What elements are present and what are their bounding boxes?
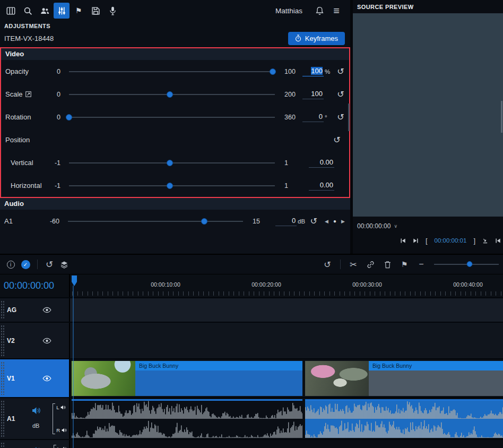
drag-handle-icon[interactable] — [1, 361, 4, 395]
rotation-input[interactable]: 0 — [302, 113, 324, 122]
playhead-marker[interactable] — [72, 275, 77, 286]
in-out-timecode[interactable]: 00:00:00:01 — [435, 237, 467, 244]
users-button[interactable] — [36, 2, 53, 19]
cut-button[interactable]: ✂ — [345, 257, 362, 271]
prev-keyframe-icon[interactable]: ◀ — [325, 219, 328, 224]
export-mark-button[interactable] — [482, 238, 488, 244]
mark-out-bracket[interactable]: ] — [473, 237, 475, 245]
step-back-icon — [400, 238, 406, 244]
add-keyframe-icon[interactable]: ● — [333, 218, 336, 224]
go-to-start-button[interactable] — [495, 238, 501, 244]
visibility-toggle[interactable] — [42, 375, 51, 382]
opacity-unit: % — [325, 68, 334, 75]
adjustments-button[interactable] — [54, 3, 70, 19]
reset-icon[interactable]: ↺ — [330, 135, 344, 145]
a1-gain-slider[interactable] — [68, 218, 243, 225]
link-button[interactable] — [362, 257, 379, 271]
undo-button[interactable]: ↺ — [42, 257, 57, 271]
timeline-ruler[interactable]: 00:00:10:0000:00:20:0000:00:30:0000:00:4… — [69, 274, 503, 297]
track-a1-header[interactable]: A1 dB L R — [0, 398, 69, 439]
track-a1-lane[interactable] — [69, 398, 503, 439]
scrollbar-thumb[interactable] — [348, 104, 350, 131]
zoom-slider[interactable] — [434, 261, 499, 268]
rotation-value: 0 — [319, 113, 323, 120]
preview-timecode-dropdown[interactable]: 00:00:00:00 ∨ — [357, 220, 501, 232]
channel-label: L — [57, 446, 60, 448]
scale-input[interactable]: 100 — [302, 90, 324, 99]
track-v2-lane[interactable] — [69, 323, 503, 358]
scrollbar-thumb[interactable] — [501, 101, 502, 133]
mic-button[interactable] — [104, 2, 121, 19]
markers-button[interactable]: ⚑ — [70, 2, 87, 19]
position-label: Position — [5, 136, 46, 144]
track-v1-lane[interactable]: Big Buck Bunny Big Buck Bunny — [69, 359, 503, 397]
history-button[interactable]: ↺ — [319, 257, 336, 271]
opacity-value: 100 — [311, 67, 323, 75]
a1-gain-input[interactable]: 0 — [275, 217, 297, 226]
zoom-out-button[interactable]: − — [413, 257, 430, 271]
track-v2-header[interactable]: V2 — [0, 323, 69, 358]
vertical-label: Vertical — [5, 159, 46, 167]
mute-toggle[interactable] — [32, 407, 41, 415]
next-keyframe-icon[interactable]: ▶ — [341, 219, 345, 224]
search-button[interactable] — [19, 2, 36, 19]
scale-link-icon[interactable] — [25, 91, 31, 97]
track-partial-header[interactable]: L — [0, 440, 69, 448]
horizontal-slider[interactable] — [69, 182, 275, 189]
trash-icon — [384, 261, 391, 269]
export-mark-icon — [482, 238, 488, 244]
slider-knob[interactable] — [167, 160, 173, 166]
track-partial-lane[interactable] — [69, 440, 503, 448]
opacity-slider[interactable] — [69, 68, 275, 75]
video-clip[interactable]: Big Buck Bunny — [72, 361, 302, 396]
track-v1-header[interactable]: V1 — [0, 359, 69, 397]
user-name[interactable]: Matthias — [275, 7, 302, 15]
step-back-button[interactable] — [400, 238, 406, 244]
snap-toggle-button[interactable]: ✓ — [18, 257, 33, 271]
channel-left[interactable]: L — [56, 404, 67, 410]
visibility-toggle[interactable] — [42, 307, 51, 313]
visibility-toggle[interactable] — [42, 338, 51, 344]
mark-in-bracket[interactable]: [ — [426, 237, 428, 245]
track-ag-header[interactable]: AG — [0, 298, 69, 322]
info-button[interactable]: i — [3, 257, 18, 271]
track-ag-lane[interactable] — [69, 298, 503, 322]
add-layer-button[interactable] — [57, 257, 72, 271]
marker-button[interactable]: ⚑ — [396, 257, 413, 271]
columns-button[interactable] — [2, 2, 19, 19]
channel-right[interactable]: R — [56, 427, 67, 433]
reset-icon[interactable]: ↺ — [334, 112, 348, 122]
item-id: ITEM-VX-18448 — [4, 35, 54, 42]
step-forward-button[interactable] — [413, 238, 419, 244]
drag-handle-icon[interactable] — [1, 300, 4, 320]
notifications-button[interactable] — [311, 2, 328, 19]
zoom-knob[interactable] — [467, 261, 473, 267]
slider-knob[interactable] — [167, 183, 173, 189]
slider-knob[interactable] — [167, 91, 173, 98]
rotation-slider[interactable] — [69, 114, 275, 121]
slider-knob[interactable] — [66, 114, 72, 120]
opacity-input[interactable]: 100 — [302, 67, 324, 76]
audio-clip[interactable] — [72, 399, 302, 438]
keyframes-button[interactable]: Keyframes — [288, 32, 345, 45]
slider-knob[interactable] — [270, 68, 276, 75]
save-button[interactable] — [87, 2, 104, 19]
reset-icon[interactable]: ↺ — [307, 216, 320, 226]
drag-handle-icon[interactable] — [1, 400, 4, 437]
vertical-input[interactable]: 0.00 — [309, 158, 334, 168]
reset-icon[interactable]: ↺ — [334, 89, 348, 99]
delete-button[interactable] — [379, 257, 396, 271]
reset-icon[interactable]: ↺ — [334, 66, 348, 76]
video-clip[interactable]: Big Buck Bunny — [305, 361, 503, 396]
audio-clip[interactable] — [305, 399, 503, 438]
menu-button[interactable]: ≡ — [328, 2, 345, 19]
drag-handle-icon[interactable] — [1, 325, 4, 356]
drag-handle-icon[interactable] — [1, 442, 4, 447]
item-row: ITEM-VX-18448 Keyframes — [0, 29, 350, 47]
scale-slider[interactable] — [69, 91, 275, 98]
channel-left[interactable]: L — [57, 446, 67, 448]
horizontal-input[interactable]: 0.00 — [309, 181, 334, 191]
slider-knob[interactable] — [201, 218, 207, 225]
playhead-timecode[interactable]: 00:00:00:00 — [0, 274, 69, 297]
vertical-slider[interactable] — [69, 159, 275, 167]
